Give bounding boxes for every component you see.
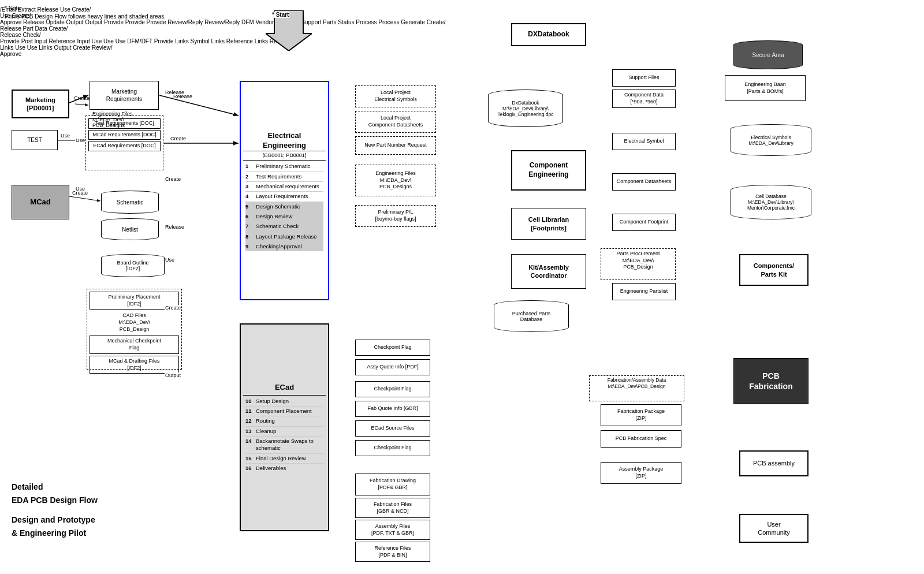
checkpoint1-box: Checkpoint Flag [355, 340, 430, 356]
comp-data-box: Component Data [*903, *960] [612, 90, 676, 108]
comp-ds-box: Component Datasheets [612, 173, 676, 191]
eng-files-mid-box: Engineering FilesM:\EDA_Dev\PCB_Designs [355, 165, 436, 196]
diagram-container: { "note": { "line1": "* Note:", "line2":… [0, 0, 924, 574]
svg-line-6 [75, 104, 88, 105]
ee-subtitle: [EG0001; PD0001] [243, 151, 326, 161]
ref-files-box: Reference Files [PDF & BIN] [355, 542, 430, 562]
mcad-drafting-box: MCad & Drafting Files[IDF2] [90, 356, 179, 374]
marketing-box: Marketing [PD0001] [12, 90, 69, 118]
user-community-box: User Community [739, 514, 808, 543]
bottom-line4: Design and Prototype [12, 513, 98, 526]
ecad-req-box: ECad Requirements [DOC] [88, 141, 161, 151]
svg-line-7 [159, 95, 239, 115]
purchased-parts-cyl: Purchased PartsDatabase [494, 300, 569, 332]
test-box: TEST [12, 130, 58, 150]
use-label-3: Use [165, 257, 175, 263]
secure-area-cyl: Secure Area [733, 40, 803, 69]
assy-files-box: Assembly Files [PDF, TXT & GBR] [355, 520, 430, 540]
dxdatabook-db-cyl: DxDatabookM:\EDA_Dev\Library\Teklogix_En… [488, 90, 563, 127]
bottom-line2: EDA PCB Design Flow [12, 494, 98, 506]
comp-footprint-box: Component Footprint [612, 214, 676, 231]
comp-eng-box: Component Engineering [511, 150, 586, 191]
start-label: * Start [271, 12, 289, 18]
note-text: * Note: Prime PCB Design Flow follows he… [5, 5, 166, 21]
svg-text:Use: Use [61, 133, 70, 139]
eng-files-label: Engineering FilesM:\EDA_Dev\PCB_Designs [92, 111, 133, 128]
fab-files-box: Fabrication Files [GBR & NCD] [355, 498, 430, 518]
ee-title: ElectricalEngineering [243, 129, 326, 151]
fab-assy-label: Fabrication/Assembly DataM:\EDA_Dev\PCB_… [591, 377, 683, 390]
ecad-box: ECad 10Setup Design 11Component Placemen… [240, 323, 329, 531]
local-elec-sym-box: Local Project Electrical Symbols [355, 85, 436, 107]
board-outline-cyl: Board Outline [IDF2] [101, 254, 165, 277]
cell-db-cyl: Cell DatabaseM:\EDA_Dev\Library\Mentor\C… [731, 185, 811, 219]
ecad-source-box: ECad Source Files [355, 420, 430, 437]
assy-package-box: Assembly Package [ZIP] [601, 462, 681, 484]
svg-line-13 [69, 196, 100, 201]
netlist-cyl: Netlist [101, 218, 159, 240]
ecad-title: ECad [243, 381, 326, 396]
ee-box: ElectricalEngineering [EG0001; PD0001] 1… [240, 81, 329, 300]
parts-proc-label: Parts ProcurementM:\EDA_Dev\PCB_Design [603, 251, 673, 271]
ecad-list: 10Setup Design 11Component Placement 12R… [243, 396, 326, 475]
mcad-box: MCad [12, 185, 69, 219]
prelim-pl-box: Preliminary P/L [buy/no-buy flags] [355, 205, 436, 227]
support-files-box: Support Files [612, 69, 676, 87]
local-comp-ds-box: Local Project Component Datasheets [355, 111, 436, 133]
pcb-fab-spec-box: PCB Fabrication Spec [601, 430, 681, 448]
svg-text:Create: Create [74, 95, 90, 101]
elec-sym-box: Electrical Symbol [612, 133, 676, 150]
fab-package-box: Fabrication Package [ZIP] [601, 404, 681, 426]
mcad-req-box: MCad Requirements [DOC] [88, 130, 161, 140]
cad-files-label: CAD FilesM:\EDA_Dev\PCB_Design [90, 311, 179, 334]
eng-partslist-box: Engineering Partslist [612, 283, 676, 300]
use-label-2: Use [75, 186, 85, 192]
release-label-2: Release [165, 224, 185, 230]
pcb-assy-box: PCB assembly [739, 450, 808, 476]
svg-line-4 [69, 95, 88, 103]
elec-sym-lib-cyl: Electrical SymbolsM:\EDA_Dev\Library [731, 124, 811, 156]
prelim-placement-area: Preliminary Placement[IDF2] CAD FilesM:\… [87, 289, 182, 370]
cell-lib-box: Cell Librarian [Footprints] [511, 208, 586, 240]
schematic-cyl: Schematic [101, 191, 159, 214]
comp-kit-box: Components/ Parts Kit [739, 254, 808, 286]
new-part-req-box: New Part Number Request [355, 136, 436, 155]
parts-proc-box: Parts ProcurementM:\EDA_Dev\PCB_Design [601, 248, 676, 280]
fab-drawing-box: Fabrication Drawing [PDF& GBR] [355, 474, 430, 495]
create-label-1: Create [165, 176, 181, 182]
pcb-fab-box: PCB Fabrication [733, 358, 808, 404]
ee-list: 1Preliminary Schematic 2Test Requirement… [243, 161, 326, 252]
svg-text:Create: Create [170, 136, 186, 141]
marketing-req-box: Marketing Requirements [90, 81, 159, 110]
fab-quote-box: Fab Quote Info [GBR] [355, 401, 430, 417]
fab-assy-data-box: Fabrication/Assembly DataM:\EDA_Dev\PCB_… [589, 375, 684, 401]
assy-quote-box: Assy Quote Info [PDF] [355, 359, 430, 375]
use-label-1: Use [75, 137, 85, 143]
bottom-line1: Detailed [12, 480, 98, 493]
mech-chk-box: Mechanical CheckpointFlag [90, 336, 179, 353]
release-label-1: Release [165, 90, 185, 95]
eng-baan-box: Engineering Baan [Parts & BOM's] [725, 75, 806, 101]
dxdatabook-box: DXDatabook [511, 23, 586, 46]
create-label-2: Create [165, 305, 181, 311]
output-label: Output [165, 372, 181, 378]
checkpoint3-box: Checkpoint Flag [355, 440, 430, 456]
bottom-text: Detailed EDA PCB Design Flow Design and … [12, 480, 98, 539]
checkpoint2-box: Checkpoint Flag [355, 381, 430, 397]
bottom-line5: & Engineering Pilot [12, 527, 98, 539]
kit-assy-box: Kit/Assembly Coordinator [511, 254, 586, 289]
